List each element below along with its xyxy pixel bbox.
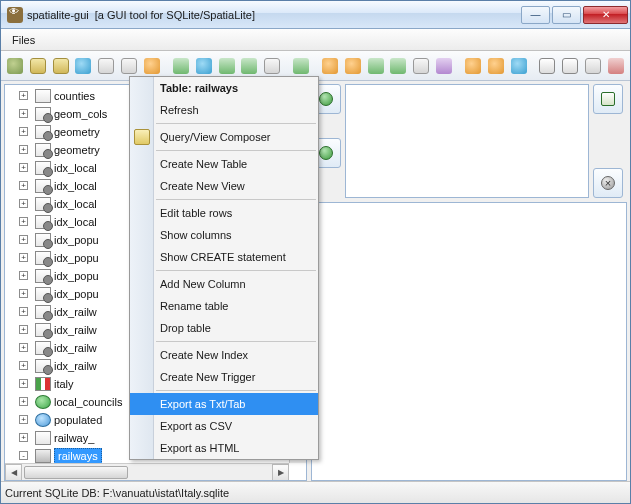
scroll-track[interactable] xyxy=(22,464,272,481)
context-menu-item-label: Create New Trigger xyxy=(160,371,255,383)
shp-export-icon[interactable] xyxy=(216,55,238,77)
overlay2-icon-glyph xyxy=(488,58,504,74)
run-icon[interactable] xyxy=(290,55,312,77)
tree-expander-icon[interactable]: + xyxy=(19,415,28,424)
context-menu-item[interactable]: Show columns xyxy=(130,224,318,246)
minimize-button[interactable]: — xyxy=(521,6,550,24)
tree-expander-icon[interactable]: + xyxy=(19,307,28,316)
sql-icon[interactable] xyxy=(170,55,192,77)
context-menu-item[interactable]: Show CREATE statement xyxy=(130,246,318,268)
close-button[interactable]: ✕ xyxy=(583,6,628,24)
overlay2-icon[interactable] xyxy=(485,55,507,77)
tree-item-label: populated xyxy=(54,414,102,426)
globe-icon-glyph xyxy=(511,58,527,74)
titlebar[interactable]: spatialite-gui [a GUI tool for SQLite/Sp… xyxy=(1,1,630,29)
context-menu-item-label: Export as CSV xyxy=(160,420,232,432)
context-menu-separator xyxy=(156,150,316,151)
help-icon-glyph xyxy=(608,58,624,74)
import-icon[interactable] xyxy=(365,55,387,77)
context-menu-item[interactable]: Export as CSV xyxy=(130,415,318,437)
db-close-icon[interactable] xyxy=(118,55,140,77)
tree-item-label: italy xyxy=(54,378,74,390)
table-icon xyxy=(35,251,51,265)
tree-item-label: geometry xyxy=(54,144,100,156)
db-open-icon[interactable] xyxy=(27,55,49,77)
db-mem-icon[interactable] xyxy=(50,55,72,77)
style-icon[interactable] xyxy=(342,55,364,77)
context-menu-item[interactable]: Create New Index xyxy=(130,344,318,366)
context-menu-item[interactable]: Edit table rows xyxy=(130,202,318,224)
text-icon[interactable] xyxy=(559,55,581,77)
scroll-left-button[interactable]: ◀ xyxy=(5,464,22,481)
tree-expander-icon[interactable]: + xyxy=(19,289,28,298)
tree-expander-icon[interactable]: + xyxy=(19,145,28,154)
context-menu-separator xyxy=(156,390,316,391)
db-vacuum-icon[interactable] xyxy=(141,55,163,77)
tree-expander-icon[interactable]: + xyxy=(19,199,28,208)
brush-icon-glyph xyxy=(7,58,23,74)
shp-import-icon[interactable] xyxy=(238,55,260,77)
context-menu-item[interactable]: Drop table xyxy=(130,317,318,339)
tree-expander-icon[interactable]: + xyxy=(19,217,28,226)
h-scrollbar[interactable]: ◀ ▶ xyxy=(5,463,289,480)
dxf-icon[interactable] xyxy=(261,55,283,77)
tree-expander-icon[interactable]: + xyxy=(19,253,28,262)
tree-expander-icon[interactable]: + xyxy=(19,325,28,334)
raster-icon[interactable] xyxy=(410,55,432,77)
layers-icon-glyph xyxy=(322,58,338,74)
context-menu-item[interactable]: Export as HTML xyxy=(130,437,318,459)
tree-expander-icon[interactable]: + xyxy=(19,343,28,352)
tree-expander-icon[interactable]: + xyxy=(19,397,28,406)
context-menu-item[interactable]: Create New Trigger xyxy=(130,366,318,388)
clear-button[interactable] xyxy=(593,168,623,198)
tree-expander-icon[interactable]: + xyxy=(19,361,28,370)
tree-expander-icon[interactable]: + xyxy=(19,271,28,280)
scroll-thumb[interactable] xyxy=(24,466,128,479)
menu-files[interactable]: Files xyxy=(5,32,42,48)
result-pane[interactable] xyxy=(311,202,627,481)
text-select-icon[interactable] xyxy=(537,55,559,77)
overlay1-icon[interactable] xyxy=(462,55,484,77)
export-icon[interactable] xyxy=(388,55,410,77)
dxf-icon-glyph xyxy=(264,58,280,74)
context-menu-item[interactable]: Add New Column xyxy=(130,273,318,295)
context-menu-item-label: Show CREATE statement xyxy=(160,251,286,263)
context-menu-item[interactable]: Query/View Composer xyxy=(130,126,318,148)
sql-editor[interactable] xyxy=(345,84,589,198)
tree-expander-icon[interactable]: + xyxy=(19,433,28,442)
compose-icon-glyph xyxy=(196,58,212,74)
db-save-icon[interactable] xyxy=(95,55,117,77)
shp-export-icon-glyph xyxy=(219,58,235,74)
tree-expander-icon[interactable]: + xyxy=(19,235,28,244)
tree-expander-icon[interactable]: + xyxy=(19,127,28,136)
maximize-button[interactable]: ▭ xyxy=(552,6,581,24)
context-menu-item[interactable]: Rename table xyxy=(130,295,318,317)
db-new-icon[interactable] xyxy=(73,55,95,77)
context-menu-item[interactable]: Create New View xyxy=(130,175,318,197)
tree-expander-icon[interactable]: + xyxy=(19,379,28,388)
editor-side-buttons xyxy=(593,84,627,198)
settings-icon[interactable] xyxy=(582,55,604,77)
app-subtitle: [a GUI tool for SQLite/SpatiaLite] xyxy=(95,9,255,21)
brush-icon[interactable] xyxy=(4,55,26,77)
context-menu-item[interactable]: Export as Txt/Tab xyxy=(130,393,318,415)
tree-expander-icon[interactable]: + xyxy=(19,163,28,172)
compose-icon[interactable] xyxy=(193,55,215,77)
context-menu-item[interactable]: Create New Table xyxy=(130,153,318,175)
context-menu-item[interactable]: Refresh xyxy=(130,99,318,121)
help-icon[interactable] xyxy=(605,55,627,77)
tree-expander-icon[interactable]: + xyxy=(19,109,28,118)
globe-icon[interactable] xyxy=(508,55,530,77)
tree-item-label: idx_railw xyxy=(54,324,97,336)
tree-item-label: railway_ xyxy=(54,432,94,444)
export-icon-glyph xyxy=(390,58,406,74)
tree-expander-icon[interactable]: - xyxy=(19,451,28,460)
scroll-right-button[interactable]: ▶ xyxy=(272,464,289,481)
layers-icon[interactable] xyxy=(319,55,341,77)
db-save-icon-glyph xyxy=(98,58,114,74)
network-icon[interactable] xyxy=(433,55,455,77)
tree-expander-icon[interactable]: + xyxy=(19,181,28,190)
export-result-button[interactable] xyxy=(593,84,623,114)
table-icon xyxy=(35,197,51,211)
tree-expander-icon[interactable]: + xyxy=(19,91,28,100)
